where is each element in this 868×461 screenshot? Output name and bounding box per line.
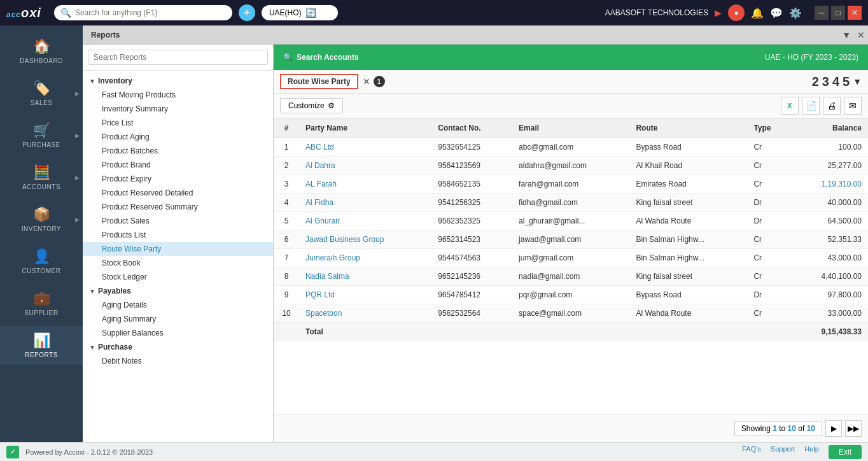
cell-num: 7 bbox=[274, 249, 299, 267]
footer: ✓ Powered by Accoxi - 2.0.12 © 2018-2023… bbox=[0, 442, 868, 461]
cell-route: Al Wahda Route bbox=[629, 304, 747, 323]
tree-item-product-brand[interactable]: Product Brand bbox=[83, 158, 273, 172]
report-tab-close-icon[interactable]: ✕ bbox=[363, 76, 370, 87]
global-search-bar[interactable]: 🔍 bbox=[54, 5, 232, 20]
page-num-3[interactable]: 3 bbox=[822, 74, 829, 89]
sidebar-item-reports[interactable]: 📊 REPORTS bbox=[0, 326, 83, 365]
cell-party[interactable]: Al Fidha bbox=[299, 194, 431, 212]
col-email: Email bbox=[512, 118, 629, 138]
export-pdf-button[interactable]: 📄 bbox=[802, 97, 820, 115]
help-link[interactable]: Help bbox=[804, 445, 819, 459]
sidebar-item-inventory[interactable]: 📦 INVENTORY ▶ bbox=[0, 200, 83, 239]
tree-item-inventory-summary[interactable]: Inventory Summary bbox=[83, 102, 273, 116]
cell-contact: 9532654125 bbox=[431, 138, 512, 157]
tree-item-route-wise-party[interactable]: Route Wise Party bbox=[83, 242, 273, 256]
page-num-4[interactable]: 4 bbox=[832, 74, 839, 89]
tree-group-purchase[interactable]: ▼ Purchase bbox=[83, 340, 273, 354]
tree-item-product-reserved-summary[interactable]: Product Reserved Summary bbox=[83, 200, 273, 214]
cell-email: space@gmail.com bbox=[512, 304, 629, 323]
page-num-2[interactable]: 2 bbox=[812, 74, 819, 89]
gear-icon[interactable]: ⚙️ bbox=[789, 7, 802, 19]
more-pages-icon[interactable]: ▼ bbox=[853, 76, 862, 87]
total-empty-5 bbox=[747, 323, 790, 341]
tree-group-inventory[interactable]: ▼ Inventory bbox=[83, 74, 273, 88]
export-toolbar: Customize ⚙ X 📄 🖨 ✉ bbox=[274, 94, 868, 118]
cell-party[interactable]: Jumeraih Group bbox=[299, 249, 431, 267]
cell-num: 3 bbox=[274, 175, 299, 194]
refresh-icon[interactable]: 🔄 bbox=[305, 8, 316, 18]
add-button[interactable]: + bbox=[239, 4, 255, 21]
table-row: 7 Jumeraih Group 9544574563 jum@gmail.co… bbox=[274, 249, 868, 267]
tree-item-stock-book[interactable]: Stock Book bbox=[83, 256, 273, 270]
dot-menu-icon[interactable]: ▼ bbox=[842, 30, 851, 40]
close-button[interactable]: ✕ bbox=[848, 6, 862, 20]
active-report-tab[interactable]: Route Wise Party bbox=[280, 74, 358, 89]
tree-item-product-batches[interactable]: Product Batches bbox=[83, 144, 273, 158]
export-excel-button[interactable]: X bbox=[781, 97, 799, 115]
page-num-5[interactable]: 5 bbox=[843, 74, 850, 89]
cell-balance: 100.00 bbox=[791, 138, 868, 157]
support-link[interactable]: Support bbox=[771, 445, 795, 459]
search-reports-input[interactable] bbox=[88, 50, 268, 65]
email-button[interactable]: ✉ bbox=[844, 97, 862, 115]
cell-num: 1 bbox=[274, 138, 299, 157]
tree-item-product-reserved-detailed[interactable]: Product Reserved Detailed bbox=[83, 186, 273, 200]
maximize-button[interactable]: □ bbox=[831, 6, 845, 20]
customize-button[interactable]: Customize ⚙ bbox=[280, 98, 343, 113]
col-balance: Balance bbox=[791, 118, 868, 138]
cell-route: Bin Salman Highw... bbox=[629, 230, 747, 249]
tree-item-stock-ledger[interactable]: Stock Ledger bbox=[83, 270, 273, 284]
user-avatar[interactable]: ● bbox=[728, 4, 745, 21]
tree-item-supplier-balances[interactable]: Supplier Balances bbox=[83, 326, 273, 340]
cell-party[interactable]: Nadia Salma bbox=[299, 267, 431, 286]
sidebar-item-customer[interactable]: 👤 CUSTOMER bbox=[0, 242, 83, 281]
cell-party[interactable]: Spacetoon bbox=[299, 304, 431, 323]
tree-group-payables-label: Payables bbox=[98, 287, 131, 295]
sidebar-label-sales: SALES bbox=[31, 99, 53, 106]
bell-icon[interactable]: 🔔 bbox=[751, 7, 764, 19]
minimize-button[interactable]: ─ bbox=[815, 6, 829, 20]
cell-balance: 40,000.00 bbox=[791, 194, 868, 212]
cell-route: King faisal street bbox=[629, 267, 747, 286]
cell-party[interactable]: Jawad Business Group bbox=[299, 230, 431, 249]
table-container: # Party Name Contact No. Email Route Typ… bbox=[274, 118, 868, 415]
cell-party[interactable]: Al Ghurair bbox=[299, 212, 431, 230]
exit-button[interactable]: Exit bbox=[829, 445, 862, 459]
tree-item-fast-moving[interactable]: Fast Moving Products bbox=[83, 88, 273, 102]
tree-group-payables[interactable]: ▼ Payables bbox=[83, 284, 273, 298]
cell-route: Bin Salman Highw... bbox=[629, 249, 747, 267]
tree-item-debit-notes[interactable]: Debit Notes bbox=[83, 354, 273, 368]
search-accounts-button[interactable]: 🔍 Search Accounts bbox=[283, 53, 359, 62]
report-content: Route Wise Party ✕ 1 2 3 4 5 ▼ Customize bbox=[274, 70, 868, 442]
tree-item-product-aging[interactable]: Product Aging bbox=[83, 130, 273, 144]
cell-party[interactable]: AL Farah bbox=[299, 175, 431, 194]
tree-item-product-sales[interactable]: Product Sales bbox=[83, 214, 273, 228]
sidebar-item-dashboard[interactable]: 🏠 DASHBOARD bbox=[0, 32, 83, 71]
sidebar-item-purchase[interactable]: 🛒 PURCHASE ▶ bbox=[0, 116, 83, 155]
cell-party[interactable]: Al Dahra bbox=[299, 157, 431, 175]
sidebar-label-accounts: ACCOUNTS bbox=[22, 183, 60, 190]
last-page-button[interactable]: ▶▶ bbox=[845, 420, 862, 437]
tree-item-product-expiry[interactable]: Product Expiry bbox=[83, 172, 273, 186]
inventory-arrow-icon: ▶ bbox=[75, 216, 80, 223]
cell-party[interactable]: ABC Ltd bbox=[299, 138, 431, 157]
cell-type: Cr bbox=[747, 138, 790, 157]
sidebar-item-sales[interactable]: 🏷️ SALES ▶ bbox=[0, 74, 83, 113]
tree-item-aging-summary[interactable]: Aging Summary bbox=[83, 312, 273, 326]
cell-party[interactable]: PQR Ltd bbox=[299, 286, 431, 304]
faq-link[interactable]: FAQ's bbox=[742, 445, 761, 459]
print-button[interactable]: 🖨 bbox=[823, 97, 841, 115]
company-selector[interactable]: UAE(HO) 🔄 bbox=[262, 5, 338, 20]
sidebar-item-accounts[interactable]: 🧮 ACCOUNTS ▶ bbox=[0, 158, 83, 197]
cell-contact: 9584652135 bbox=[431, 175, 512, 194]
tab-bar-close-icon[interactable]: ✕ bbox=[857, 30, 865, 40]
cell-email: jum@gmail.com bbox=[512, 249, 629, 267]
next-page-button[interactable]: ▶ bbox=[825, 420, 842, 437]
chat-icon[interactable]: 💬 bbox=[770, 7, 783, 19]
tree-item-aging-details[interactable]: Aging Details bbox=[83, 298, 273, 312]
tree-item-products-list[interactable]: Products List bbox=[83, 228, 273, 242]
global-search-input[interactable] bbox=[75, 8, 226, 17]
cell-type: Dr bbox=[747, 194, 790, 212]
tree-item-price-list[interactable]: Price List bbox=[83, 116, 273, 130]
sidebar-item-supplier[interactable]: 💼 SUPPLIER bbox=[0, 284, 83, 323]
